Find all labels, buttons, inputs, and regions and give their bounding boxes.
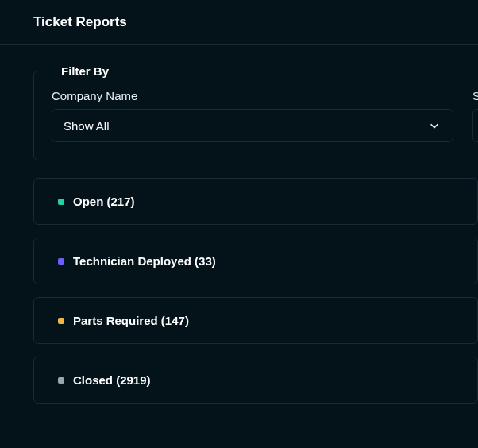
page-header: Ticket Reports xyxy=(0,0,478,45)
filter-panel: Filter By Company Name Show All Site Sho… xyxy=(33,64,478,160)
status-dot xyxy=(58,199,64,205)
company-name-select[interactable]: Show All xyxy=(52,109,453,142)
site-select[interactable]: Show All xyxy=(472,109,478,142)
status-card-technician-deployed[interactable]: Technician Deployed (33) xyxy=(33,238,478,284)
filter-legend: Filter By xyxy=(55,64,115,78)
site-label: Site xyxy=(472,89,478,102)
status-label: Technician Deployed (33) xyxy=(73,254,216,268)
filter-field-site: Site Show All xyxy=(472,89,478,142)
status-dot xyxy=(58,318,64,324)
status-list: Open (217) Technician Deployed (33) Part… xyxy=(33,178,478,404)
company-name-label: Company Name xyxy=(52,89,453,102)
status-dot xyxy=(58,377,64,384)
status-label: Closed (2919) xyxy=(73,373,151,387)
filter-field-company: Company Name Show All xyxy=(52,89,453,142)
status-card-parts-required[interactable]: Parts Required (147) xyxy=(33,297,478,344)
page-title: Ticket Reports xyxy=(33,14,445,30)
status-card-open[interactable]: Open (217) xyxy=(33,178,478,225)
filter-row: Company Name Show All Site Show All xyxy=(52,89,478,142)
status-label: Parts Required (147) xyxy=(73,314,189,327)
status-dot xyxy=(58,258,64,265)
company-name-value: Show All xyxy=(64,119,427,133)
content-area: Filter By Company Name Show All Site Sho… xyxy=(0,45,478,423)
status-label: Open (217) xyxy=(73,195,135,208)
chevron-down-icon xyxy=(427,118,441,133)
status-card-closed[interactable]: Closed (2919) xyxy=(33,357,478,404)
